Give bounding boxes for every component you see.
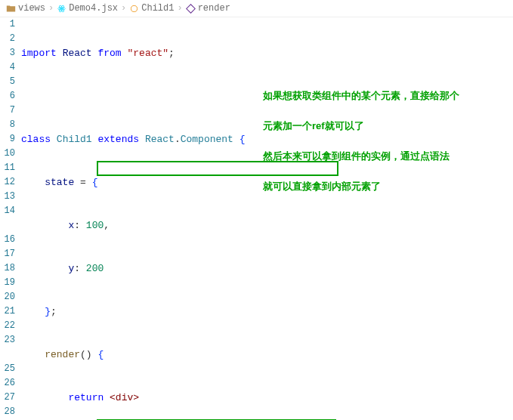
code-area[interactable]: import React from "react"; class Child1 … <box>21 17 513 420</box>
svg-point-4 <box>131 5 138 11</box>
react-icon <box>57 4 66 14</box>
code-editor[interactable]: 1 2 3 4 5 6 7 8 9 10 11 12 13 14 16 17 1… <box>0 17 513 420</box>
chevron-right-icon: › <box>121 3 126 14</box>
code-line[interactable]: return <div> <box>21 391 513 405</box>
class-icon <box>129 4 139 14</box>
code-line[interactable]: render() { <box>21 347 513 362</box>
line-number-gutter: 1 2 3 4 5 6 7 8 9 10 11 12 13 14 16 17 1… <box>0 17 21 420</box>
breadcrumb-method[interactable]: render <box>186 3 230 14</box>
code-line[interactable]: }; <box>21 304 513 319</box>
folder-icon <box>6 4 16 14</box>
svg-point-0 <box>61 8 63 9</box>
breadcrumb-file[interactable]: Demo4.jsx <box>57 3 118 14</box>
method-icon <box>186 4 196 14</box>
annotation-overlay: 如果想获取类组件中的某个元素，直接给那个 元素加一个ref就可以了 然后本来可以… <box>263 73 459 209</box>
code-line[interactable]: import React from "react"; <box>21 46 513 60</box>
chevron-right-icon: › <box>177 3 182 14</box>
chevron-right-icon: › <box>48 3 54 14</box>
code-line[interactable]: y: 200 <box>21 261 513 276</box>
code-line[interactable]: x: 100, <box>21 218 513 233</box>
breadcrumb: views › Demo4.jsx › Child1 › render <box>0 0 513 17</box>
breadcrumb-folder[interactable]: views <box>6 3 45 14</box>
svg-rect-5 <box>186 4 194 12</box>
breadcrumb-class[interactable]: Child1 <box>129 3 174 14</box>
